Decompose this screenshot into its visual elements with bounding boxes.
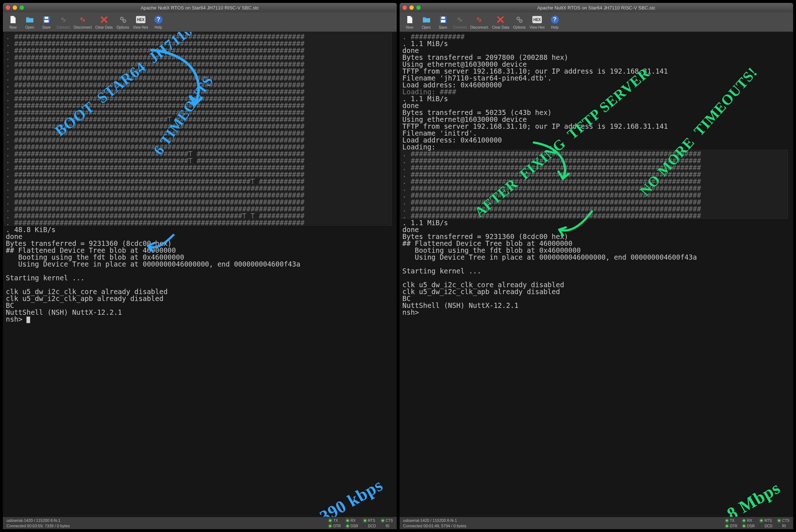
toolbar-button-label: View Hex	[529, 25, 545, 29]
svg-text:HEX: HEX	[137, 18, 144, 22]
options-button[interactable]: Options	[511, 14, 527, 30]
cleardata-button[interactable]: Clear Data	[490, 14, 511, 30]
toolbar-button-label: Disconnect	[470, 25, 488, 29]
toolbar-button-label: Save	[439, 25, 447, 29]
open-button[interactable]: Open	[418, 14, 434, 30]
led-tx: TX	[725, 519, 738, 523]
close-icon[interactable]	[6, 5, 10, 10]
terminal-output[interactable]: . ############# . 1.1 MiB/s done Bytes t…	[400, 32, 793, 517]
led-cts: CTS	[778, 519, 789, 523]
disconnect-button[interactable]: Disconnect	[469, 14, 490, 30]
minimize-icon[interactable]	[409, 5, 414, 10]
titlebar[interactable]: Apache NuttX RTOS on Star64 JH7110 RISC-…	[3, 3, 397, 12]
toolbar-button-label: Open	[422, 25, 430, 29]
gears-icon	[118, 15, 128, 25]
led-dtr: DTR	[725, 524, 738, 528]
led-indicator-icon	[725, 524, 729, 528]
help-button[interactable]: ?Help	[150, 14, 166, 30]
toolbar-button-label: Options	[513, 25, 525, 29]
led-label: RX	[351, 519, 356, 523]
led-indicator-icon	[725, 519, 729, 522]
disconnect-button[interactable]: Disconnect	[72, 14, 93, 30]
status-leds: TXRXRTSCTSDTRDSRDCDRI	[329, 519, 393, 528]
led-indicator-icon	[381, 519, 384, 522]
status-port: usbserial-1420 / 115200 8-N-1	[403, 518, 466, 523]
titlebar[interactable]: Apache NuttX RTOS on Star64 JH7110 RISC-…	[400, 3, 793, 12]
svg-rect-12	[441, 17, 445, 19]
new-button[interactable]: New	[402, 14, 418, 30]
open-button[interactable]: Open	[22, 14, 38, 30]
link-icon	[455, 15, 465, 25]
traffic-lights	[6, 5, 24, 10]
save-button[interactable]: Save	[435, 14, 451, 30]
window-title: Apache NuttX RTOS on Star64 JH7110 RISC-…	[3, 5, 397, 11]
gears-icon	[514, 15, 524, 25]
led-tx: TX	[329, 519, 341, 523]
options-button[interactable]: Options	[115, 14, 131, 30]
led-indicator-icon	[778, 519, 781, 522]
minimize-icon[interactable]	[13, 5, 17, 10]
led-label: DCD	[764, 524, 772, 528]
led-label: TX	[333, 519, 338, 523]
cleardata-button[interactable]: Clear Data	[94, 14, 114, 30]
led-ri: RI	[381, 524, 393, 528]
status-bar: usbserial-1420 / 115200 8-N-1 Connected …	[3, 517, 397, 529]
led-rx: RX	[346, 519, 358, 523]
led-rts: RTS	[363, 519, 376, 523]
led-label: DSR	[351, 524, 358, 528]
toolbar-button-label: Connect	[453, 25, 467, 29]
status-bar: usbserial-1420 / 115200 8-N-1 Connected …	[400, 517, 793, 529]
status-port: usbserial-1420 / 115200 8-N-1	[7, 518, 70, 523]
led-indicator-icon	[363, 524, 367, 528]
new-button[interactable]: New	[5, 14, 21, 30]
help-icon: ?	[153, 15, 164, 25]
toolbar-button-label: Help	[551, 25, 559, 29]
window-title: Apache NuttX RTOS on Star64 JH7110 RISC-…	[400, 5, 793, 11]
zoom-icon[interactable]	[416, 5, 421, 10]
toolbar-button-label: Clear Data	[492, 25, 509, 29]
led-rx: RX	[742, 519, 755, 523]
svg-point-6	[124, 20, 125, 22]
led-ri: RI	[778, 524, 789, 528]
toolbar-button-label: View Hex	[133, 25, 148, 29]
svg-rect-13	[441, 20, 445, 22]
connect-button: Connect	[55, 14, 71, 30]
help-button[interactable]: ?Help	[547, 14, 563, 30]
led-label: RTS	[764, 519, 772, 523]
viewhex-button[interactable]: HEXView Hex	[528, 14, 546, 30]
led-label: RI	[782, 524, 786, 528]
toolbar-button-label: Save	[42, 25, 51, 29]
toolbar-button-label: Options	[116, 25, 129, 29]
unlink-icon	[474, 15, 484, 25]
cursor	[26, 317, 30, 323]
led-label: RX	[747, 519, 752, 523]
led-indicator-icon	[363, 519, 367, 522]
led-label: RI	[386, 524, 389, 528]
svg-text:?: ?	[157, 16, 160, 22]
save-button[interactable]: Save	[38, 14, 54, 30]
led-label: RTS	[368, 519, 375, 523]
annotation-speed: 390 kbps	[317, 476, 385, 517]
toolbar-button-label: Connect	[57, 25, 70, 29]
close-icon[interactable]	[403, 5, 407, 10]
toolbar-button-label: Disconnect	[74, 25, 91, 29]
zoom-icon[interactable]	[20, 5, 24, 10]
led-dtr: DTR	[329, 524, 341, 528]
toolbar: NewOpenSaveConnectDisconnectClear DataOp…	[400, 12, 793, 32]
x-icon	[495, 15, 506, 25]
led-label: TX	[730, 519, 735, 523]
toolbar-button-label: Clear Data	[95, 25, 113, 29]
viewhex-button[interactable]: HEXView Hex	[132, 14, 150, 30]
led-label: CTS	[782, 519, 789, 523]
link-icon	[58, 15, 69, 25]
x-icon	[99, 15, 109, 25]
toolbar-button-label: New	[406, 25, 413, 29]
led-indicator-icon	[381, 524, 384, 528]
traffic-lights	[403, 5, 421, 10]
led-indicator-icon	[742, 519, 746, 522]
svg-text:?: ?	[553, 16, 557, 22]
terminal-output[interactable]: . ######################################…	[3, 32, 397, 517]
status-connection: Connected 00:03:59, 7339 / 0 bytes	[7, 523, 70, 528]
file-icon	[405, 15, 415, 25]
toolbar-button-label: Open	[25, 25, 34, 29]
